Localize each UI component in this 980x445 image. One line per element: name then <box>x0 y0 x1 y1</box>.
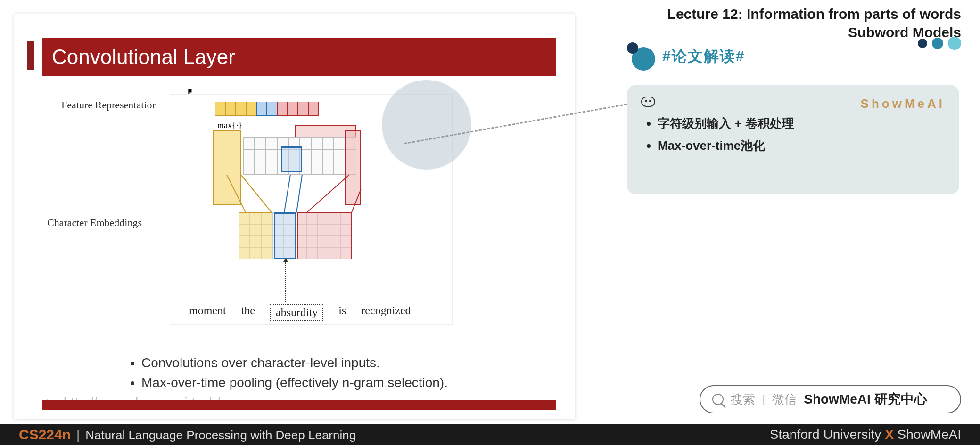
footer-x: X <box>885 427 894 442</box>
bullet-item: Max-over-time pooling (effectively n-gra… <box>141 373 448 393</box>
highlight-circle <box>382 80 471 170</box>
footer-separator: | <box>76 428 80 443</box>
embed-red <box>297 212 352 259</box>
dot-icon <box>932 38 943 49</box>
word-token: moment <box>189 304 226 321</box>
svg-line-1 <box>241 175 272 212</box>
footer-left: CS224n | Natural Language Processing wit… <box>19 427 356 443</box>
slide-bullets: Convolutions over character-level inputs… <box>127 353 448 393</box>
slide-accent-bar <box>27 41 34 70</box>
feature-row <box>215 102 356 116</box>
word-token: the <box>241 304 255 321</box>
note-item: Max-over-time池化 <box>658 135 945 157</box>
filter-yellow <box>213 130 241 205</box>
bubble-icon <box>627 45 655 68</box>
robot-icon <box>641 97 655 107</box>
section-tag: #论文解读# <box>627 45 745 68</box>
main-area: Convolutional Layer Feature Representati… <box>0 0 980 424</box>
embed-yellow <box>239 212 272 259</box>
note-list: 字符级别输入 + 卷积处理 Max-over-time池化 <box>641 113 945 157</box>
lecture-title-line1: Lecture 12: Information from parts of wo… <box>667 5 961 23</box>
filter-blue <box>281 146 302 172</box>
search-wechat-label: 微信 <box>772 391 797 408</box>
slide-container: Convolutional Layer Feature Representati… <box>14 14 575 419</box>
word-token: is <box>338 304 346 321</box>
search-label: 搜索 <box>731 391 755 408</box>
search-brand: ShowMeAI 研究中心 <box>804 390 927 408</box>
label-feature-representation: Feature Representation <box>61 99 157 111</box>
dotted-arrow-icon <box>285 262 286 302</box>
word-token-selected: absurdity <box>270 304 323 321</box>
divider: | <box>762 393 765 406</box>
filter-red-tall <box>345 130 361 205</box>
label-character-embeddings: Character Embeddings <box>47 217 142 229</box>
word-row: moment the absurdity is recognized <box>189 304 453 321</box>
bullet-item: Convolutions over character-level inputs… <box>141 353 448 373</box>
svg-line-3 <box>296 175 302 212</box>
dots-decoration <box>918 37 961 50</box>
footer-university: Stanford University <box>770 427 881 442</box>
note-panel: ShowMeAI 字符级别输入 + 卷积处理 Max-over-time池化 <box>627 85 959 194</box>
lecture-header: Lecture 12: Information from parts of wo… <box>667 5 961 41</box>
footer-right: Stanford University X ShowMeAI <box>770 427 961 442</box>
dot-icon <box>948 37 961 50</box>
course-title: Natural Language Processing with Deep Le… <box>85 428 356 443</box>
svg-line-4 <box>307 175 349 212</box>
dot-icon <box>918 39 927 48</box>
note-brand: ShowMeAI <box>861 97 945 111</box>
lecture-title-line2: Subword Models <box>667 23 961 41</box>
footer-brand: ShowMeAI <box>898 427 961 442</box>
note-item: 字符级别输入 + 卷积处理 <box>658 113 945 135</box>
search-pill[interactable]: 搜索 | 微信 ShowMeAI 研究中心 <box>700 385 961 413</box>
word-token: recognized <box>361 304 411 321</box>
slide-bottom-bar <box>42 400 556 410</box>
embed-blue <box>274 212 296 259</box>
max-label: max{·} <box>217 121 242 130</box>
svg-line-2 <box>284 175 290 212</box>
footer-bar: CS224n | Natural Language Processing wit… <box>0 424 980 445</box>
slide-title-bar: Convolutional Layer <box>42 38 556 76</box>
section-tag-text: #论文解读# <box>662 46 745 67</box>
course-code: CS224n <box>19 427 71 443</box>
slide-title: Convolutional Layer <box>52 45 235 69</box>
search-icon <box>712 394 724 405</box>
